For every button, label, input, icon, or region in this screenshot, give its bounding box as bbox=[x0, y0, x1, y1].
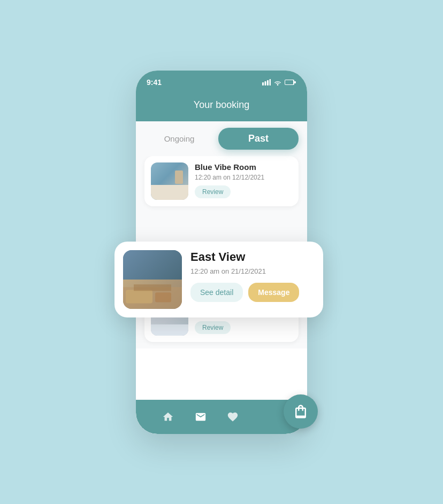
home-nav-icon[interactable] bbox=[162, 411, 174, 423]
tab-past[interactable]: Past bbox=[218, 128, 299, 150]
bottom-nav bbox=[136, 400, 307, 434]
header-title: Your booking bbox=[194, 99, 249, 110]
svg-rect-5 bbox=[285, 80, 293, 84]
blue-vibe-review-button[interactable]: Review bbox=[195, 185, 231, 198]
svg-rect-8 bbox=[126, 290, 152, 303]
signal-icon bbox=[262, 79, 271, 86]
svg-rect-6 bbox=[294, 81, 296, 83]
app-header: Your booking bbox=[136, 94, 307, 121]
svg-rect-0 bbox=[262, 82, 264, 86]
blue-vibe-date: 12:20 am on 12/12/2021 bbox=[195, 174, 292, 181]
svg-rect-10 bbox=[134, 284, 171, 291]
see-detail-button[interactable]: See detail bbox=[190, 283, 243, 302]
bag-icon bbox=[293, 404, 309, 420]
svg-rect-2 bbox=[267, 80, 269, 86]
mail-nav-icon[interactable] bbox=[195, 411, 207, 423]
blue-vibe-name: Blue Vibe Room bbox=[195, 162, 292, 172]
east-view-name: East View bbox=[190, 250, 315, 264]
battery-icon bbox=[285, 79, 296, 86]
east-view-info: East View 12:20 am on 21/12/2021 See det… bbox=[190, 250, 315, 302]
status-icons bbox=[262, 79, 296, 86]
wifi-icon bbox=[273, 79, 282, 86]
elegant-review-button[interactable]: Review bbox=[195, 321, 231, 334]
heart-nav-icon[interactable] bbox=[227, 411, 239, 423]
east-view-date: 12:20 am on 21/12/2021 bbox=[190, 267, 315, 275]
phone-wrapper: 9:41 bbox=[131, 60, 312, 445]
blue-vibe-image bbox=[151, 162, 188, 200]
svg-rect-3 bbox=[270, 79, 271, 86]
status-bar: 9:41 bbox=[136, 71, 307, 94]
east-view-image bbox=[123, 250, 182, 309]
tab-ongoing[interactable]: Ongoing bbox=[144, 128, 214, 150]
bag-button[interactable] bbox=[284, 394, 318, 429]
blue-vibe-info: Blue Vibe Room 12:20 am on 12/12/2021 Re… bbox=[195, 162, 292, 198]
east-view-popup: East View 12:20 am on 21/12/2021 See det… bbox=[114, 242, 323, 317]
booking-item-blue-vibe: Blue Vibe Room 12:20 am on 12/12/2021 Re… bbox=[144, 156, 299, 206]
svg-rect-9 bbox=[155, 292, 171, 302]
east-view-actions: See detail Message bbox=[190, 283, 315, 302]
tab-bar: Ongoing Past bbox=[136, 121, 307, 156]
message-button[interactable]: Message bbox=[248, 283, 299, 302]
status-time: 9:41 bbox=[147, 78, 162, 87]
svg-rect-1 bbox=[265, 81, 266, 86]
